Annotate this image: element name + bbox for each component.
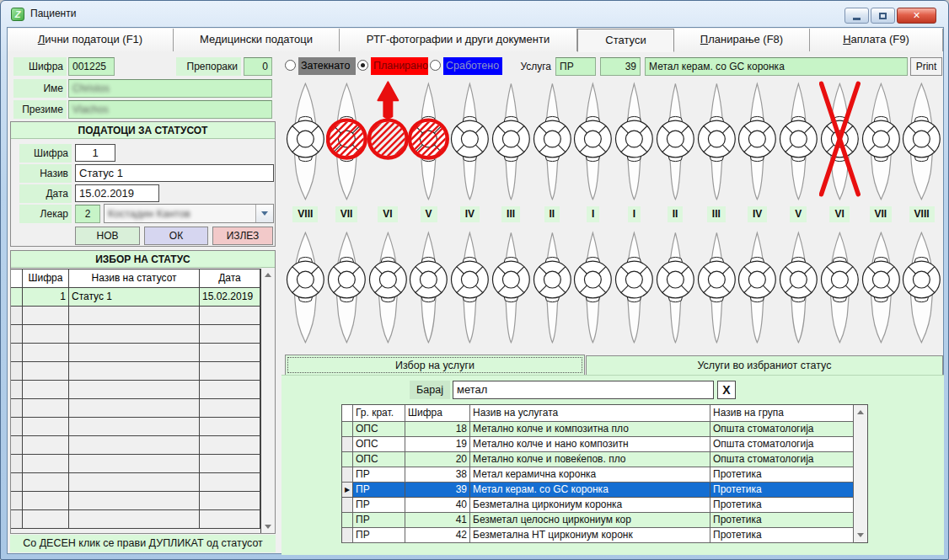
tooth-number-label: I (587, 206, 599, 222)
tooth-lower-IV-right[interactable] (737, 227, 778, 349)
tooth-upper-III-left[interactable] (491, 78, 532, 206)
service-row-40[interactable]: ПР40Безметална циркониум коронкаПротетик… (342, 498, 867, 513)
tooth-lower-III-left[interactable] (491, 227, 532, 349)
status-row-empty (11, 307, 275, 325)
minimize-button[interactable] (844, 8, 869, 24)
patient-code-field[interactable]: 001225 (68, 57, 115, 76)
tooth-lower-VI-right[interactable] (819, 227, 861, 349)
window-controls: ✕ (844, 8, 936, 24)
last-name-field[interactable]: Vlachos (68, 100, 272, 119)
main-tab-6[interactable]: Наплата (F9) (810, 29, 943, 51)
main-tab-5[interactable]: Планирање (F8) (674, 29, 810, 51)
status-table[interactable]: ШифраНазив на статусотДата1Статус 115.02… (11, 269, 275, 533)
services-table-scrollbar[interactable] (853, 405, 867, 542)
status-chip-1[interactable]: Затекнато (298, 57, 356, 75)
tooth-lower-V-right[interactable] (778, 227, 819, 349)
service-row-42[interactable]: ПР42Безметална НТ циркониум коронкПротет… (342, 528, 867, 543)
tooth-lower-V-left[interactable] (408, 227, 449, 349)
tooth-upper-IV-left[interactable] (449, 78, 491, 206)
services-col-2: Шифра (405, 405, 470, 422)
main-tab-bar: Лични податоци (F1)Медицински податоциРТ… (8, 29, 943, 51)
chevron-down-icon[interactable] (255, 205, 273, 222)
new-button[interactable]: НОВ (75, 227, 140, 245)
tooth-upper-II-left[interactable] (532, 78, 573, 206)
referrals-field[interactable]: 0 (244, 57, 272, 76)
scroll-down-icon[interactable] (854, 528, 867, 541)
service-name-field[interactable]: Метал керам. со GC коронка (645, 57, 908, 76)
titlebar[interactable]: Z Пациенти ✕ (1, 1, 948, 27)
status-table-scrollbar[interactable] (260, 269, 275, 533)
tooth-lower-VI-left[interactable] (367, 227, 409, 349)
close-button[interactable]: ✕ (897, 8, 936, 24)
tooth-upper-VII-right[interactable] (861, 78, 902, 206)
main-tab-1[interactable]: Лични податоци (F1) (8, 29, 174, 51)
scroll-down-icon[interactable] (261, 520, 275, 533)
tooth-number-label: IV (748, 206, 767, 222)
services-col-4: Назив на група (710, 405, 855, 422)
tooth-lower-VII-left[interactable] (326, 227, 367, 349)
teeth-number-row: VIIIVIIVIVIVIIIIIIIIIIIIIVVVIVIIVIII (285, 206, 942, 223)
tooth-lower-I-right[interactable] (614, 227, 655, 349)
tab-service-selection[interactable]: Избор на услуги (285, 355, 585, 376)
search-input[interactable]: метал (453, 381, 714, 399)
first-name-field[interactable]: Christos (68, 79, 272, 98)
clear-search-button[interactable]: X (717, 381, 736, 399)
tooth-upper-I-right[interactable] (614, 78, 655, 206)
status-name-field[interactable]: Статус 1 (75, 164, 274, 182)
referrals-label: Препораки (176, 57, 241, 76)
tooth-upper-VI-left[interactable] (367, 78, 409, 206)
tooth-lower-VIII-left[interactable] (285, 227, 326, 349)
tooth-upper-III-right[interactable] (696, 78, 737, 206)
tooth-lower-VIII-right[interactable] (901, 227, 942, 349)
main-tab-4[interactable]: Статуси (577, 29, 674, 52)
status-code-field[interactable]: 1 (75, 144, 115, 162)
doctor-code-field[interactable]: 2 (75, 205, 100, 223)
ok-button[interactable]: ОК (144, 227, 208, 245)
tooth-upper-VI-right[interactable] (819, 78, 861, 206)
status-date-field[interactable]: 15.02.2019 (75, 184, 159, 202)
status-chip-2[interactable]: Планирано (371, 57, 428, 75)
tooth-lower-II-right[interactable] (655, 227, 696, 349)
first-name-label: Име (13, 79, 67, 98)
tooth-lower-II-left[interactable] (532, 227, 573, 349)
service-row-20[interactable]: ОПС20Метално колче и повеќепов. плоОпшта… (342, 452, 867, 467)
tooth-lower-I-left[interactable] (572, 227, 614, 349)
exit-button[interactable]: ИЗЛЕЗ (212, 227, 273, 245)
service-row-38[interactable]: ПР38Метал керамична коронкаПротетика (342, 467, 867, 483)
tooth-lower-IV-left[interactable] (449, 227, 491, 349)
radio-Затекнато[interactable] (285, 60, 296, 71)
service-code-field[interactable]: 39 (600, 57, 641, 76)
search-label: Барај (410, 381, 450, 399)
status-row-empty (11, 455, 275, 473)
tooth-upper-VIII-right[interactable] (901, 78, 942, 206)
service-row-18[interactable]: ОПС18Метално колче и композитна плоОпшта… (342, 422, 867, 437)
main-tab-3[interactable]: РТГ-фотографии и други документи (340, 29, 577, 51)
service-row-41[interactable]: ПР41Безметал целосно циркониум корПротет… (342, 513, 867, 528)
first-name-value: Christos (72, 83, 110, 94)
scroll-up-icon[interactable] (261, 269, 275, 282)
restore-button[interactable] (871, 8, 895, 24)
print-button[interactable]: Print (910, 57, 942, 76)
tooth-upper-I-left[interactable] (572, 78, 614, 206)
status-date-label: Дата (19, 184, 72, 203)
tooth-upper-VIII-left[interactable] (285, 78, 326, 206)
tooth-lower-VII-right[interactable] (861, 227, 902, 349)
tooth-upper-VII-left[interactable] (326, 78, 367, 206)
doctor-combobox[interactable]: Костадин Кантов (104, 204, 274, 223)
tooth-number-label: VI (829, 206, 849, 222)
radio-Сработено[interactable] (430, 60, 441, 71)
scroll-up-icon[interactable] (854, 406, 867, 419)
radio-Планирано[interactable] (357, 60, 368, 71)
tooth-lower-III-right[interactable] (696, 227, 737, 349)
status-row[interactable]: 1Статус 115.02.2019 (11, 288, 275, 307)
tooth-upper-V-right[interactable] (778, 78, 819, 206)
service-row-19[interactable]: ОПС19Метално колче и нано композитнОпшта… (342, 437, 867, 452)
services-table[interactable]: Гр. крат.ШифраНазив на услугатаНазив на … (341, 404, 868, 543)
tooth-upper-IV-right[interactable] (737, 78, 778, 206)
tooth-upper-II-right[interactable] (655, 78, 696, 206)
tab-services-in-status[interactable]: Услуги во избраниот статус (586, 355, 943, 376)
service-group-field[interactable]: ПР (555, 57, 596, 76)
service-row-39[interactable]: ▶ПР39Метал керам. со GC коронкаПротетика (342, 483, 867, 498)
tooth-upper-V-left[interactable] (408, 78, 449, 206)
main-tab-2[interactable]: Медицински податоци (174, 29, 340, 51)
